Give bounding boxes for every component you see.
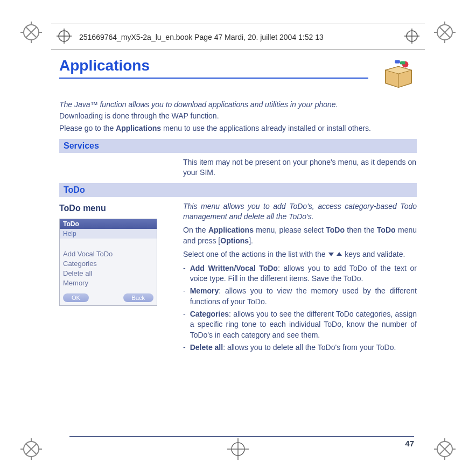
phone-item: Add Vocal ToDo (63, 249, 153, 259)
option-text: : allows you to view the memory used by … (190, 286, 417, 305)
svg-rect-42 (395, 60, 400, 64)
phone-screenshot: ToDo Help Add Vocal ToDo Categories Dele… (59, 219, 157, 306)
todo-p1-b2: ToDo (326, 226, 345, 234)
services-body: This item may not be present on your pho… (183, 157, 417, 178)
option-item: -Add Written/Vocal ToDo: allows you to a… (183, 263, 417, 284)
option-label: Categories (190, 310, 229, 318)
todo-p2-b: keys and validate. (345, 250, 405, 258)
phone-items: Add Vocal ToDo Categories Delete all Mem… (60, 248, 157, 292)
svg-marker-44 (337, 252, 342, 256)
section-services-bar: Services (59, 139, 417, 153)
phone-title: ToDo (60, 219, 157, 229)
option-item: -Delete all: allows you to delete all th… (183, 342, 417, 353)
ornament-top-left (20, 22, 42, 43)
todo-p1-f: ]. (249, 236, 253, 245)
todo-p1-c: menu, please select (254, 226, 326, 234)
crop-mark-left-icon (57, 29, 72, 45)
phone-softkey-ok: OK (63, 293, 89, 302)
phone-item: Memory (63, 278, 153, 288)
todo-p1-d: then the (345, 226, 377, 234)
phone-item: Categories (63, 259, 153, 269)
todo-desc-italic: This menu allows you to add ToDo's, acce… (183, 201, 417, 222)
ornament-bottom-left (20, 438, 42, 460)
option-label: Add Written/Vocal ToDo (190, 264, 278, 272)
crosshair-bottom-center (227, 438, 249, 460)
todo-p2: Select one of the actions in the list wi… (183, 249, 417, 260)
todo-p1-b4: Options (220, 236, 249, 245)
todo-options-list: -Add Written/Vocal ToDo: allows you to a… (183, 263, 417, 353)
intro-italic: The Java™ function allows you to downloa… (59, 100, 417, 109)
intro-line2: Downloading is done through the WAP func… (59, 111, 417, 121)
crop-mark-right-icon (404, 29, 419, 45)
section-todo-bar: ToDo (59, 183, 417, 197)
option-text: : allows you to delete all the ToDo's fr… (223, 343, 396, 352)
page-title: Applications (59, 57, 368, 79)
phone-softkey-back: Back (123, 293, 153, 302)
phone-item: Delete all (63, 269, 153, 278)
intro-line3-a: Please go to the (59, 124, 116, 132)
intro-line3-b: menu to use the applications already ins… (161, 124, 371, 132)
todo-subhead: ToDo menu (59, 204, 172, 213)
phone-help: Help (60, 229, 157, 239)
option-item: -Memory: allows you to view the memory u… (183, 286, 417, 307)
header-meta-text: 251669764_myX5-2a_lu_en.book Page 47 Mar… (79, 33, 397, 41)
option-label: Delete all (190, 343, 223, 352)
arrow-up-icon (336, 249, 342, 260)
header-meta-bar: 251669764_myX5-2a_lu_en.book Page 47 Mar… (51, 24, 425, 50)
todo-p1-b1: Applications (208, 226, 254, 234)
arrow-down-icon (328, 249, 334, 260)
todo-p1-b3: ToDo (377, 226, 396, 234)
todo-p2-a: Select one of the actions in the list wi… (183, 250, 328, 258)
todo-p1: On the Applications menu, please select … (183, 225, 417, 246)
svg-marker-43 (328, 253, 334, 256)
svg-rect-41 (400, 61, 405, 65)
intro-line3: Please go to the Applications menu to us… (59, 123, 417, 134)
intro-line3-bold: Applications (116, 124, 161, 132)
option-label: Memory (190, 286, 219, 295)
todo-p1-a: On the (183, 226, 208, 234)
ornament-bottom-right (434, 438, 456, 460)
applications-box-icon (380, 57, 417, 88)
option-item: -Categories: allows you to see the diffe… (183, 309, 417, 340)
ornament-top-right (434, 22, 456, 43)
